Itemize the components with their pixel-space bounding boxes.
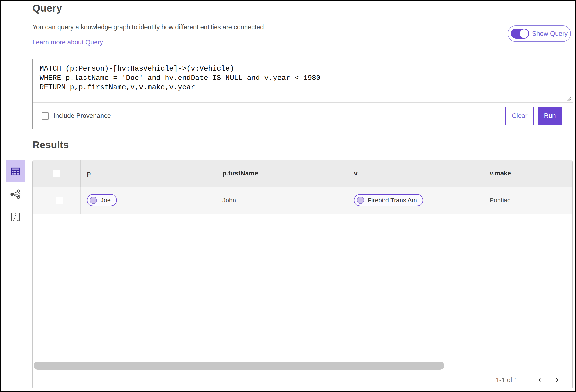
entity-chip-label: Firebird Trans Am xyxy=(368,197,417,204)
query-page: Query You can query a knowledge graph to… xyxy=(0,0,576,392)
row-cell-p-firstname: John xyxy=(216,187,348,214)
table-row: Joe John Firebird Trans Am Pontiac xyxy=(33,187,572,214)
query-line: RETURN p,p.firstName,v,v.make,v.year xyxy=(40,83,566,92)
next-page-button[interactable] xyxy=(550,373,563,387)
select-all-checkbox[interactable] xyxy=(53,170,60,177)
row-cell-v: Firebird Trans Am xyxy=(348,187,483,214)
row-cell-p: Joe xyxy=(81,187,216,214)
query-line: WHERE p.lastName = 'Doe' and hv.endDate … xyxy=(40,73,566,83)
clear-button[interactable]: Clear xyxy=(505,107,534,125)
link-chart-icon xyxy=(10,189,21,200)
chevron-right-icon xyxy=(553,377,560,383)
include-provenance-checkbox[interactable] xyxy=(42,112,49,120)
map-view-button[interactable] xyxy=(6,206,25,228)
pagination-range-label: 1-1 of 1 xyxy=(496,376,518,384)
results-view-switcher xyxy=(6,160,25,229)
query-line: MATCH (p:Person)-[hv:HasVehicle]->(v:Veh… xyxy=(40,64,566,73)
table-icon xyxy=(10,166,21,177)
results-table: p p.firstName v v.make Joe John Firebird… xyxy=(32,160,573,389)
results-title: Results xyxy=(32,139,69,151)
row-cell-select xyxy=(33,187,81,214)
link-chart-view-button[interactable] xyxy=(6,183,25,205)
map-icon xyxy=(10,212,21,222)
table-view-button[interactable] xyxy=(6,160,25,182)
page-description: You can query a knowledge graph to ident… xyxy=(32,24,265,31)
chevron-left-icon xyxy=(536,377,543,383)
table-empty-area xyxy=(33,214,572,371)
page-title: Query xyxy=(32,2,62,14)
query-panel-footer: Include Provenance Clear Run xyxy=(33,103,573,129)
include-provenance-label: Include Provenance xyxy=(54,112,111,120)
previous-page-button[interactable] xyxy=(533,373,547,387)
learn-more-link[interactable]: Learn more about Query xyxy=(32,39,103,46)
entity-chip-label: Joe xyxy=(101,197,111,204)
show-query-label: Show Query xyxy=(532,30,568,37)
table-pagination-bar: 1-1 of 1 xyxy=(33,371,572,389)
header-cell-select xyxy=(33,160,81,186)
entity-dot-icon xyxy=(90,197,97,204)
column-header-p[interactable]: p xyxy=(81,160,216,186)
toggle-switch-icon[interactable] xyxy=(511,29,529,39)
query-code-editor[interactable]: MATCH (p:Person)-[hv:HasVehicle]->(v:Veh… xyxy=(33,59,573,102)
row-cell-v-make: Pontiac xyxy=(483,187,572,214)
column-header-v-make[interactable]: v.make xyxy=(483,160,572,186)
show-query-toggle[interactable]: Show Query xyxy=(508,26,571,42)
results-table-header: p p.firstName v v.make xyxy=(33,160,572,187)
entity-dot-icon xyxy=(357,197,364,204)
column-header-p-firstname[interactable]: p.firstName xyxy=(216,160,348,186)
column-header-v[interactable]: v xyxy=(348,160,483,186)
query-panel: MATCH (p:Person)-[hv:HasVehicle]->(v:Veh… xyxy=(32,59,573,129)
entity-chip-person[interactable]: Joe xyxy=(87,194,117,206)
row-select-checkbox[interactable] xyxy=(56,197,63,204)
textarea-resize-handle-icon[interactable] xyxy=(565,95,572,102)
toggle-knob xyxy=(520,29,528,38)
horizontal-scrollbar[interactable] xyxy=(34,362,444,370)
run-button[interactable]: Run xyxy=(538,107,562,125)
entity-chip-vehicle[interactable]: Firebird Trans Am xyxy=(354,194,423,206)
